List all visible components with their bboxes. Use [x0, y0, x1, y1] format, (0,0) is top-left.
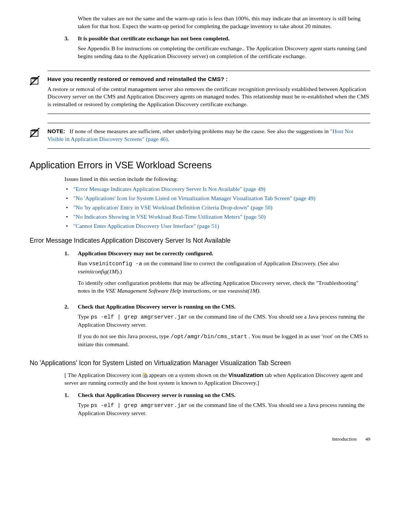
note-2-prefix: NOTE:: [47, 128, 65, 134]
subB-step1-cmd1: ps -elf | grep amgrserver.jar: [91, 403, 187, 409]
footer-page: 49: [366, 436, 371, 442]
issue-link-2[interactable]: "No 'by application' Entry in VSE Worklo…: [73, 204, 273, 211]
subB-lead-b: appears on a system shown on the: [147, 372, 229, 378]
issue-link-0[interactable]: "Error Message Indicates Application Dis…: [73, 186, 266, 192]
subA-step2-cmd2: /opt/amgr/bin/cms_start: [171, 334, 247, 340]
step-3: 3. It is possible that certificate excha…: [64, 35, 370, 64]
subA-step1-p1a: Run: [78, 260, 89, 266]
subB-step1-p1: Type ps -elf | grep amgrserver.jar on th…: [78, 401, 370, 417]
subA-step1-p1b: on the command line to correct the confi…: [142, 260, 339, 266]
pencil-note-icon: [30, 76, 40, 85]
subA-step2-p1a: Type: [78, 313, 91, 320]
list-item: "No Indicators Showing in VSE Workload R…: [64, 213, 370, 221]
pencil-note-icon: [30, 128, 40, 138]
note-2-body: NOTE: If none of these measures are suff…: [47, 127, 370, 143]
subA-step2-title: Check that Application Discovery server …: [78, 303, 370, 311]
note-other-problems: NOTE: If none of these measures are suff…: [47, 123, 370, 151]
step-3-body: It is possible that certificate exchange…: [78, 35, 370, 64]
list-item: "No 'by application' Entry in VSE Worklo…: [64, 204, 370, 212]
top-paragraph-text: When the values are not the same and the…: [78, 15, 361, 29]
note-restore-cms: Have you recently restored or removed an…: [47, 71, 370, 117]
subB-step-1: 1. Check that Application Discovery serv…: [64, 391, 370, 421]
top-paragraph: When the values are not the same and the…: [78, 15, 370, 30]
subA-step2-p1: Type ps -elf | grep amgrserver.jar on th…: [78, 313, 370, 329]
subA-step1-p2c: .: [259, 287, 261, 294]
subA-step1-p1c: ).): [117, 268, 122, 275]
note-1-body: Have you recently restored or removed an…: [47, 75, 370, 109]
step-3-text: See Appendix B for instructions on compl…: [78, 45, 370, 60]
issue-link-4[interactable]: "Cannot Enter Application Discovery User…: [73, 223, 219, 229]
subB-lead-strong: Visualization: [229, 372, 263, 378]
subA-step1-title: Application Discovery may not be correct…: [78, 250, 370, 257]
subB-lead: [ The Application Discovery icon appears…: [64, 371, 370, 387]
subA-step-1: 1. Application Discovery may not be corr…: [64, 250, 370, 299]
subA-step2-cmd1: ps -elf | grep amgrserver.jar: [91, 314, 187, 320]
subA-step1-p1: Run vseinitconfig -a on the command line…: [78, 260, 370, 276]
list-item: "Cannot Enter Application Discovery User…: [64, 222, 370, 230]
subsection-a-title: Error Message Indicates Application Disc…: [30, 236, 370, 245]
note-2-lead: If none of these measures are sufficient…: [70, 128, 330, 134]
subsection-b-title: No 'Applications' Icon for System Listed…: [30, 359, 370, 368]
note-1-text: A restore or removal of the central mana…: [47, 85, 370, 109]
subB-step1-body: Check that Application Discovery server …: [78, 391, 370, 421]
subB-step1-p1a: Type: [78, 402, 91, 408]
issue-link-3[interactable]: "No Indicators Showing in VSE Workload R…: [73, 213, 266, 220]
subA-step1-cmd1: vseinitconfig -a: [89, 261, 142, 267]
subA-step1-p2: To identify other configuration problems…: [78, 279, 370, 295]
issue-link-1[interactable]: "No 'Applications' Icon for System Liste…: [73, 195, 316, 201]
section-heading-app-errors: Application Errors in VSE Workload Scree…: [30, 159, 370, 172]
application-discovery-icon: [143, 373, 147, 378]
svg-line-14: [147, 377, 147, 377]
page-footer: Introduction 49: [30, 436, 370, 442]
footer-label: Introduction: [332, 436, 357, 442]
list-item: "No 'Applications' Icon for System Liste…: [64, 195, 370, 202]
note-1-title: Have you recently restored or removed an…: [47, 76, 228, 82]
subA-step1-p2b: instructions, or use: [181, 287, 227, 294]
note-icon-wrap-2: [30, 128, 41, 140]
subA-step2-p2a: If you do not see this Java process, typ…: [78, 333, 171, 339]
issue-list: "Error Message Indicates Application Dis…: [64, 185, 370, 230]
subA-step-2: 2. Check that Application Discovery serv…: [64, 303, 370, 352]
subA-step2-num: 2.: [64, 303, 78, 352]
subA-step1-body: Application Discovery may not be correct…: [78, 250, 370, 299]
subA-step1-em3: vseassist(1M): [228, 287, 259, 294]
section-intro: Issues listed in this section include th…: [64, 175, 370, 183]
subA-step1-em2: VSE Management Software Help: [106, 287, 181, 294]
subB-step1-title: Check that Application Discovery server …: [78, 391, 370, 399]
note-2-tail: .: [168, 136, 169, 142]
subB-step1-num: 1.: [64, 391, 78, 421]
subA-step2-body: Check that Application Discovery server …: [78, 303, 370, 352]
note-icon-wrap-1: [30, 76, 41, 88]
subA-step1-em1: vseinitconfig(1M: [78, 268, 117, 275]
subA-step1-num: 1.: [64, 250, 78, 299]
list-item: "Error Message Indicates Application Dis…: [64, 185, 370, 193]
subA-step2-p2: If you do not see this Java process, typ…: [78, 333, 370, 349]
step-3-title: It is possible that certificate exchange…: [78, 35, 370, 43]
step-3-number: 3.: [64, 35, 78, 64]
subB-lead-a: [ The Application Discovery icon: [64, 372, 143, 378]
